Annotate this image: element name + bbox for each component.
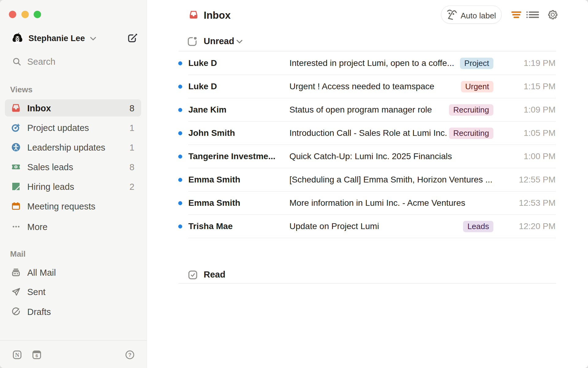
svg-text:6: 6 (36, 353, 38, 358)
svg-text:?: ? (128, 352, 131, 358)
svg-text:N: N (15, 352, 19, 358)
